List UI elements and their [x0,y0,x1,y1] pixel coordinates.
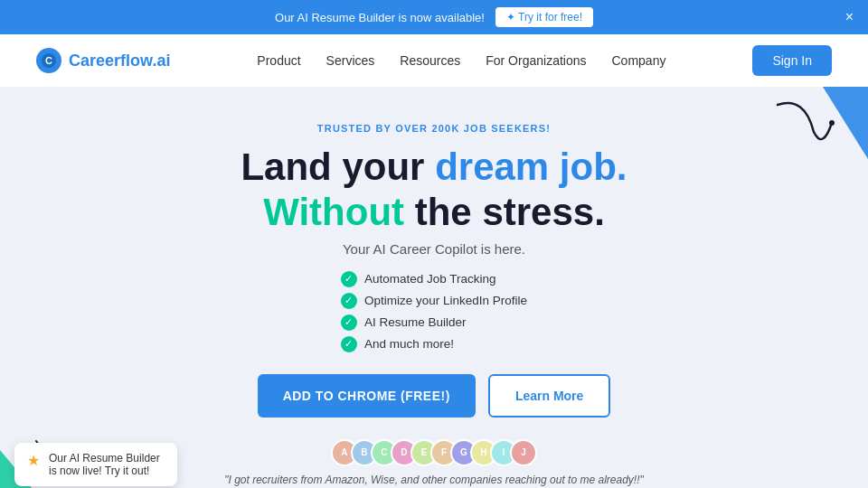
navbar: C Careerflow.ai Product Services Resourc… [0,34,868,87]
svg-text:C: C [45,55,52,66]
toast-notification: ★ Our AI Resume Builder is now live! Try… [14,443,177,486]
nav-item-organizations[interactable]: For Organizations [486,53,586,68]
svg-point-3 [829,120,835,126]
avatar: J [510,439,537,466]
logo[interactable]: C Careerflow.ai [36,48,170,73]
cta-buttons: ADD TO CHROME (FREE!) Learn More [258,374,611,418]
nav-item-product[interactable]: Product [257,53,300,68]
nav-item-services[interactable]: Services [326,53,375,68]
check-icon-2: ✓ [341,293,357,309]
banner-text: Our AI Resume Builder is now available! [275,11,485,24]
social-proof: A B C D E F G H I J "I got recruiters fr… [224,439,644,486]
nav-item-company[interactable]: Company [612,53,666,68]
hero-subtitle: Your AI Career Copilot is here. [343,241,525,257]
avatar-group: A B C D E F G H I J [331,439,537,466]
trusted-badge: TRUSTED BY OVER 200K JOB SEEKERS! [317,123,551,134]
add-to-chrome-button[interactable]: ADD TO CHROME (FREE!) [258,374,476,418]
toast-star-icon: ★ [27,452,40,469]
banner-close-button[interactable]: × [845,9,854,25]
feature-item: ✓ AI Resume Builder [341,314,467,331]
check-icon-4: ✓ [341,336,357,352]
top-banner: Our AI Resume Builder is now available! … [0,0,868,34]
deco-top-right [750,87,868,195]
nav-links: Product Services Resources For Organizat… [257,52,665,69]
testimonial-text: "I got recruiters from Amazon, Wise, and… [224,474,644,486]
features-list: ✓ Automated Job Tracking ✓ Optimize your… [341,271,527,352]
banner-cta-button[interactable]: ✦ Try it for free! [495,7,593,27]
nav-item-resources[interactable]: Resources [400,53,460,68]
check-icon-3: ✓ [341,314,357,331]
feature-item: ✓ And much more! [341,336,454,352]
toast-text: Our AI Resume Builder is now live! Try i… [49,452,165,477]
check-icon-1: ✓ [341,271,357,287]
logo-icon: C [36,48,61,73]
hero-title: Land your dream job. Without the stress. [241,145,627,236]
logo-text: Careerflow.ai [69,52,170,70]
sign-in-button[interactable]: Sign In [752,45,832,76]
main-content: TRUSTED BY OVER 200K JOB SEEKERS! Land y… [0,87,868,488]
feature-item: ✓ Optimize your LinkedIn Profile [341,293,527,309]
feature-item: ✓ Automated Job Tracking [341,271,496,287]
learn-more-button[interactable]: Learn More [488,374,610,418]
